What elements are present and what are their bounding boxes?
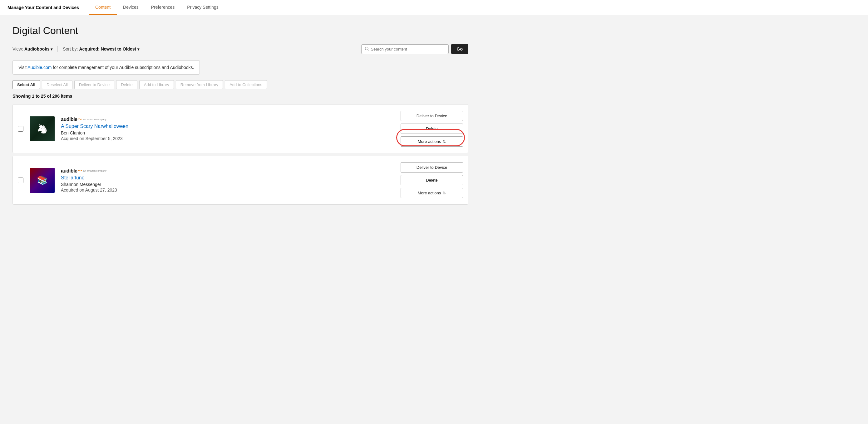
filter-left: View: Audiobooks Sort by: Acquired: Newe…	[12, 46, 139, 52]
item-2-checkbox[interactable]	[18, 177, 23, 183]
nav-tabs: Content Devices Preferences Privacy Sett…	[89, 0, 225, 15]
top-nav: Manage Your Content and Devices Content …	[0, 0, 868, 15]
item-1-cover	[30, 117, 55, 141]
remove-from-library-button[interactable]: Remove from Library	[176, 80, 223, 89]
item-1-deliver-button[interactable]: Deliver to Device	[401, 111, 463, 121]
page-content: Digital Content View: Audiobooks Sort by…	[0, 15, 481, 217]
item-1-author: Ben Clanton	[61, 130, 401, 135]
audible-sub-text-2: an amazon company	[83, 169, 106, 172]
delete-button[interactable]: Delete	[116, 80, 137, 89]
app-title: Manage Your Content and Devices	[7, 5, 79, 10]
more-actions-arrow-icon-2: ⇅	[443, 191, 446, 195]
stellarlune-cover-art	[30, 168, 55, 193]
item-1-more-actions-button[interactable]: More actions ⇅	[401, 136, 463, 146]
table-row: audible 〜 an amazon company Stellarlune …	[12, 156, 468, 205]
view-label: View:	[12, 46, 23, 52]
item-2-deliver-button[interactable]: Deliver to Device	[401, 162, 463, 172]
item-1-info: audible 〜 an amazon company A Super Scar…	[61, 117, 401, 141]
audible-notice: Visit Audible.com for complete managemen…	[12, 60, 200, 74]
item-2-cover	[30, 168, 55, 193]
audible-brand-text: audible	[61, 117, 78, 122]
tab-preferences[interactable]: Preferences	[145, 0, 181, 15]
audible-logo-2: audible 〜 an amazon company	[61, 168, 401, 174]
notice-prefix: Visit	[19, 65, 28, 70]
sort-dropdown[interactable]: Acquired: Newest to Oldest	[79, 46, 139, 52]
item-1-delete-button[interactable]: Delete	[401, 124, 463, 134]
filter-row: View: Audiobooks Sort by: Acquired: Newe…	[12, 44, 468, 54]
audible-sub-text: an amazon company	[83, 118, 106, 121]
item-1-acquired: Acquired on September 5, 2023	[61, 136, 401, 141]
search-area: Go	[361, 44, 468, 54]
content-list: audible 〜 an amazon company A Super Scar…	[12, 104, 468, 207]
deselect-all-button[interactable]: Deselect All	[42, 80, 72, 89]
filter-divider	[57, 46, 58, 52]
item-2-acquired: Acquired on August 27, 2023	[61, 188, 401, 193]
tab-content[interactable]: Content	[89, 0, 117, 15]
table-row: audible 〜 an amazon company A Super Scar…	[12, 104, 468, 153]
tab-devices[interactable]: Devices	[117, 0, 145, 15]
narwhal-cover-art	[30, 117, 55, 141]
view-dropdown[interactable]: Audiobooks	[24, 46, 53, 52]
audible-wave-icon: 〜	[78, 117, 82, 122]
audible-logo-1: audible 〜 an amazon company	[61, 117, 401, 122]
item-1-checkbox[interactable]	[18, 126, 23, 132]
item-1-more-actions-label: More actions	[418, 139, 441, 144]
item-2-actions: Deliver to Device Delete More actions ⇅	[401, 162, 463, 198]
item-2-author: Shannon Messenger	[61, 182, 401, 187]
action-bar: Select All Deselect All Deliver to Devic…	[12, 80, 468, 89]
search-input[interactable]	[371, 47, 445, 52]
page-title: Digital Content	[12, 25, 468, 36]
svg-line-1	[368, 49, 368, 50]
item-2-more-actions-button[interactable]: More actions ⇅	[401, 188, 463, 198]
item-2-info: audible 〜 an amazon company Stellarlune …	[61, 168, 401, 193]
tab-privacy-settings[interactable]: Privacy Settings	[181, 0, 224, 15]
audible-brand-text-2: audible	[61, 168, 78, 174]
audible-wave-icon-2: 〜	[78, 168, 82, 174]
select-all-button[interactable]: Select All	[12, 80, 40, 89]
sort-label: Sort by:	[63, 46, 78, 52]
more-actions-arrow-icon: ⇅	[443, 139, 446, 144]
go-button[interactable]: Go	[451, 44, 468, 54]
deliver-to-device-button[interactable]: Deliver to Device	[74, 80, 114, 89]
item-1-actions: Deliver to Device Delete More actions ⇅	[401, 111, 463, 146]
audible-link[interactable]: Audible.com	[28, 65, 52, 70]
search-icon	[365, 46, 369, 52]
search-box	[361, 44, 449, 54]
item-2-delete-button[interactable]: Delete	[401, 175, 463, 185]
showing-count: Showing 1 to 25 of 206 items	[12, 94, 468, 99]
item-2-more-actions-label: More actions	[418, 191, 441, 195]
add-to-library-button[interactable]: Add to Library	[139, 80, 174, 89]
add-to-collections-button[interactable]: Add to Collections	[225, 80, 267, 89]
item-2-title[interactable]: Stellarlune	[61, 175, 401, 181]
notice-suffix: for complete management of your Audible …	[52, 65, 194, 70]
item-1-title[interactable]: A Super Scary Narwhalloween	[61, 124, 401, 129]
